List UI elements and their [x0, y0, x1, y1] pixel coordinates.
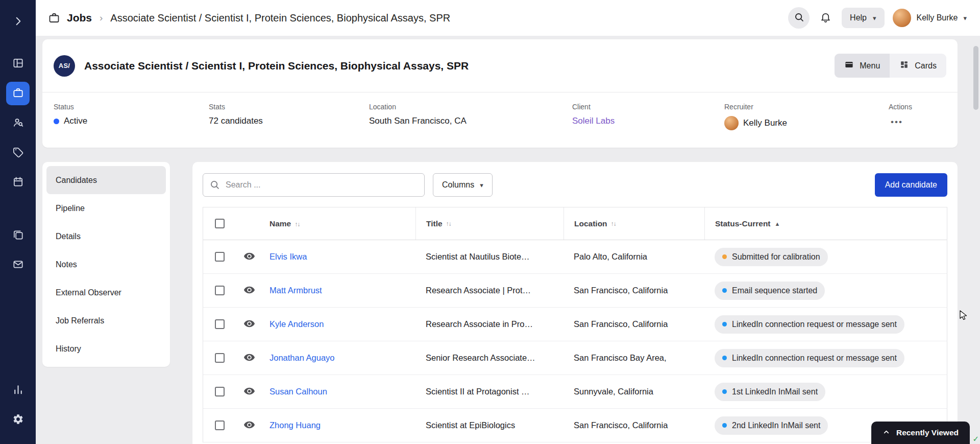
- actions-overflow-button[interactable]: •••: [889, 116, 905, 128]
- sidebar-item-people-search[interactable]: [6, 111, 30, 135]
- column-header-status-current[interactable]: Status-Current▲: [704, 207, 947, 240]
- view-toggle-menu-label: Menu: [860, 61, 880, 71]
- breadcrumb-jobs-link[interactable]: Jobs: [67, 12, 92, 24]
- recruiter-name: Kelly Burke: [743, 118, 787, 128]
- eye-icon: [243, 385, 255, 399]
- preview-button[interactable]: [243, 352, 255, 365]
- field-label: Actions: [889, 103, 946, 111]
- table-header-row: Name↑↓ Title↑↓ Location↑↓ Status-Current…: [203, 207, 947, 240]
- candidate-location: Sunnyvale, California: [574, 387, 653, 396]
- eye-icon: [243, 284, 255, 297]
- preview-button[interactable]: [243, 385, 255, 399]
- sort-icon: ↑↓: [295, 221, 300, 228]
- table-row: Jonathan Aguayo Senior Research Associat…: [203, 341, 947, 375]
- scrollbar-thumb[interactable]: [973, 46, 978, 110]
- table-row: Kyle Anderson Research Associate in Pro……: [203, 308, 947, 341]
- chevron-up-icon: [883, 428, 890, 438]
- user-menu[interactable]: Kelly Burke ▾: [893, 9, 967, 27]
- row-checkbox[interactable]: [215, 286, 225, 295]
- sidebar-item-calendar[interactable]: [6, 171, 30, 194]
- sidebar-item-jobs[interactable]: [6, 82, 30, 105]
- search-input[interactable]: [203, 173, 425, 197]
- candidate-title: Scientist at Nautilus Biote…: [426, 252, 530, 262]
- status-dot: [722, 254, 727, 259]
- view-toggle-menu[interactable]: Menu: [835, 54, 890, 78]
- row-checkbox[interactable]: [215, 252, 225, 262]
- subnav-item-details[interactable]: Details: [46, 222, 166, 250]
- sidebar-item-settings[interactable]: [6, 408, 30, 432]
- row-checkbox[interactable]: [215, 420, 225, 430]
- breadcrumb: Jobs › Associate Scientist / Scientist I…: [48, 12, 450, 24]
- status-dot: [722, 389, 727, 394]
- row-checkbox[interactable]: [215, 319, 225, 329]
- subnav-item-notes[interactable]: Notes: [46, 250, 166, 278]
- active-status-dot: [54, 119, 59, 124]
- columns-dropdown-label: Columns: [442, 180, 474, 190]
- notifications-button[interactable]: [818, 9, 834, 27]
- topbar: Jobs › Associate Scientist / Scientist I…: [36, 0, 980, 36]
- field-label: Location: [369, 103, 572, 111]
- help-button[interactable]: Help ▾: [842, 8, 884, 28]
- candidate-location: San Francisco, California: [574, 420, 668, 430]
- sidebar-expand-button[interactable]: [6, 10, 30, 34]
- job-location-value: South San Francisco, CA: [369, 116, 467, 126]
- user-name: Kelly Burke: [917, 13, 958, 22]
- recruiter-avatar: [724, 116, 739, 130]
- candidate-name-link[interactable]: Elvis Ikwa: [270, 252, 307, 261]
- dashboard-icon: [12, 57, 24, 71]
- column-header-name[interactable]: Name↑↓: [262, 219, 415, 228]
- status-dot: [722, 288, 727, 293]
- content-area: AS/ Associate Scientist / Scientist I, P…: [36, 36, 980, 444]
- preview-button[interactable]: [243, 284, 255, 297]
- column-header-title[interactable]: Title↑↓: [415, 207, 564, 240]
- client-link[interactable]: Soleil Labs: [572, 116, 615, 126]
- topbar-actions: Help ▾ Kelly Burke ▾: [788, 7, 967, 29]
- preview-button[interactable]: [243, 250, 255, 264]
- job-status-value: Active: [64, 116, 87, 126]
- recently-viewed-button[interactable]: Recently Viewed: [871, 422, 970, 444]
- status-badge: 1st LinkedIn InMail sent: [715, 383, 825, 401]
- sidebar-item-dashboard[interactable]: [6, 52, 30, 76]
- status-dot: [722, 322, 727, 326]
- main-sidebar: [0, 0, 36, 444]
- green-check-icon: ✓: [972, 434, 979, 443]
- cards-stack-icon: [12, 229, 24, 242]
- sidebar-item-deals[interactable]: [6, 141, 30, 165]
- menu-view-icon: [844, 60, 854, 72]
- add-candidate-button[interactable]: Add candidate: [875, 173, 947, 197]
- columns-dropdown[interactable]: Columns ▾: [433, 173, 493, 197]
- preview-button[interactable]: [243, 419, 255, 432]
- status-badge: Submitted for calibration: [715, 248, 828, 266]
- subnav-item-external-observer[interactable]: External Observer: [46, 278, 166, 307]
- status-badge: LinkedIn connection request or message s…: [715, 349, 904, 367]
- candidate-name-link[interactable]: Jonathan Aguayo: [270, 353, 335, 362]
- subnav-item-history[interactable]: History: [46, 335, 166, 363]
- job-subnav: Candidates Pipeline Details Notes Extern…: [42, 162, 170, 367]
- candidate-name-link[interactable]: Matt Armbrust: [270, 286, 322, 295]
- candidate-location: Palo Alto, California: [574, 252, 647, 262]
- subnav-item-pipeline[interactable]: Pipeline: [46, 194, 166, 222]
- sidebar-item-campaigns[interactable]: [6, 224, 30, 247]
- eye-icon: [243, 352, 255, 365]
- cards-view-icon: [899, 60, 909, 72]
- select-all-checkbox[interactable]: [215, 219, 225, 228]
- candidates-panel: Columns ▾ Add candidate Name↑↓: [192, 162, 958, 444]
- sidebar-item-reports[interactable]: [6, 379, 30, 402]
- view-toggle-cards[interactable]: Cards: [890, 54, 946, 78]
- status-dot: [722, 423, 727, 428]
- row-checkbox[interactable]: [215, 387, 225, 396]
- user-avatar: [893, 9, 911, 27]
- sidebar-item-mail[interactable]: [6, 253, 30, 277]
- search-icon: [794, 12, 804, 24]
- row-checkbox[interactable]: [215, 353, 225, 363]
- candidate-name-link[interactable]: Susan Calhoun: [270, 387, 327, 396]
- candidate-name-link[interactable]: Zhong Huang: [270, 420, 321, 430]
- preview-button[interactable]: [243, 318, 255, 331]
- candidate-name-link[interactable]: Kyle Anderson: [270, 319, 324, 329]
- sort-ascending-icon: ▲: [775, 221, 780, 227]
- column-header-location[interactable]: Location↑↓: [564, 207, 704, 240]
- subnav-item-job-referrals[interactable]: Job Referrals: [46, 307, 166, 335]
- subnav-item-candidates[interactable]: Candidates: [46, 166, 166, 194]
- search-button[interactable]: [788, 7, 810, 29]
- search-field: [203, 173, 425, 197]
